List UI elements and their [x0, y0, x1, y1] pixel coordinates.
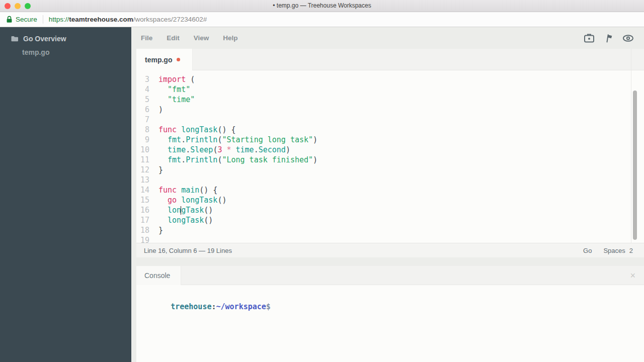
- code-line-text: func main() {: [149, 185, 217, 195]
- prompt-user: treehouse: [171, 302, 211, 311]
- line-number: 8: [136, 125, 149, 135]
- code-lines: 3import (4 "fmt"5 "time"6)78func longTas…: [136, 74, 644, 243]
- traffic-lights: [5, 3, 31, 9]
- code-line[interactable]: 19: [136, 235, 644, 243]
- url-scheme: https://: [49, 16, 69, 23]
- lock-icon: [6, 16, 13, 23]
- code-line[interactable]: 15 go longTask(): [136, 195, 644, 205]
- line-number: 3: [136, 74, 149, 84]
- code-line[interactable]: 10 time.Sleep(3 * time.Second): [136, 145, 644, 155]
- console-tabstrip: Console ×: [136, 266, 644, 285]
- url-path: /workspaces/27234602#: [133, 16, 207, 23]
- code-line[interactable]: 12}: [136, 165, 644, 175]
- editor-scrollbar-thumb[interactable]: [633, 90, 637, 240]
- code-line-text: fmt.Println("Starting long task"): [149, 135, 317, 145]
- folder-icon: [11, 36, 19, 42]
- console-panel: Console × treehouse:~/workspace$: [136, 266, 644, 362]
- line-number: 18: [136, 225, 149, 235]
- code-line[interactable]: 6): [136, 105, 644, 115]
- toolbar-icons: [584, 33, 644, 43]
- url-domain: teamtreehouse.com: [69, 16, 133, 23]
- code-line[interactable]: 11 fmt.Println("Long task finished"): [136, 155, 644, 165]
- code-line-text: time.Sleep(3 * time.Second): [149, 145, 290, 155]
- code-line[interactable]: 4 "fmt": [136, 84, 644, 95]
- line-number: 19: [136, 235, 149, 243]
- code-editor[interactable]: 3import (4 "fmt"5 "time"6)78func longTas…: [136, 70, 644, 243]
- terminal[interactable]: treehouse:~/workspace$: [136, 285, 644, 362]
- indent-label: Spaces: [603, 247, 625, 254]
- url-input[interactable]: https://teamtreehouse.com/workspaces/272…: [49, 16, 207, 23]
- sidebar-folder-label: Go Overview: [23, 35, 66, 43]
- code-line[interactable]: 3import (: [136, 74, 644, 84]
- code-line-text: import (: [149, 74, 195, 84]
- code-line[interactable]: 17 longTask(): [136, 215, 644, 225]
- code-line-text: fmt.Println("Long task finished"): [149, 155, 317, 165]
- code-line[interactable]: 16 longTask(): [136, 205, 644, 215]
- flag-icon[interactable]: [603, 33, 614, 43]
- code-line[interactable]: 9 fmt.Println("Starting long task"): [136, 135, 644, 145]
- line-number: 7: [136, 115, 149, 125]
- code-line-text: longTask(): [149, 215, 213, 225]
- code-line[interactable]: 14func main() {: [136, 185, 644, 195]
- tab-temp-go[interactable]: temp.go: [136, 49, 193, 70]
- close-window-button[interactable]: [5, 3, 11, 9]
- code-line[interactable]: 13: [136, 175, 644, 185]
- prompt-colon: :: [211, 302, 216, 311]
- line-number: 15: [136, 195, 149, 205]
- code-line-text: [149, 235, 158, 243]
- statusbar-right: Go Spaces 2: [583, 247, 633, 254]
- language-mode-button[interactable]: Go: [583, 247, 592, 254]
- menu-view[interactable]: View: [194, 34, 209, 42]
- close-console-icon[interactable]: ×: [630, 271, 635, 280]
- prompt-path: ~/workspace: [216, 302, 266, 311]
- workspace-menubar: File Edit View Help: [131, 27, 644, 49]
- line-number: 6: [136, 105, 149, 115]
- editor-panel: temp.go 3import (4 "fmt"5 "time"6)78func…: [136, 49, 644, 257]
- menu-help[interactable]: Help: [223, 34, 237, 42]
- code-line-text: longTask(): [149, 205, 213, 215]
- code-line[interactable]: 7: [136, 115, 644, 125]
- code-line-text: func longTask() {: [149, 125, 236, 135]
- macos-titlebar: • temp.go — Treehouse Workspaces: [0, 0, 644, 12]
- indent-settings-button[interactable]: Spaces 2: [603, 247, 633, 254]
- camera-icon[interactable]: [584, 33, 595, 43]
- cursor-position-label: Line 16, Column 6 — 19 Lines: [144, 247, 232, 254]
- prompt-symbol: $: [266, 302, 271, 311]
- file-tree-sidebar: Go Overview temp.go: [0, 27, 131, 362]
- tab-console[interactable]: Console: [136, 266, 181, 285]
- tab-label: temp.go: [145, 56, 172, 64]
- code-line-text: "fmt": [149, 84, 190, 95]
- line-number: 17: [136, 215, 149, 225]
- indent-value: 2: [629, 247, 633, 254]
- editor-statusbar: Line 16, Column 6 — 19 Lines Go Spaces 2: [136, 243, 644, 257]
- menu-edit[interactable]: Edit: [167, 34, 180, 42]
- eye-icon[interactable]: [622, 33, 634, 43]
- browser-url-bar: Secure https://teamtreehouse.com/workspa…: [0, 12, 644, 27]
- url-divider: [43, 15, 43, 24]
- sidebar-item-temp-go[interactable]: temp.go: [22, 48, 131, 56]
- zoom-window-button[interactable]: [25, 3, 31, 9]
- security-indicator[interactable]: Secure: [6, 16, 37, 23]
- code-line-text: go longTask(): [149, 195, 226, 205]
- code-line[interactable]: 18}: [136, 225, 644, 235]
- line-number: 12: [136, 165, 149, 175]
- code-line[interactable]: 5 "time": [136, 95, 644, 105]
- editor-tabstrip: temp.go: [136, 49, 644, 70]
- secure-label: Secure: [16, 16, 37, 23]
- editor-scrollbar-track[interactable]: [631, 49, 644, 243]
- line-number: 11: [136, 155, 149, 165]
- workspace-main: File Edit View Help: [131, 27, 644, 362]
- menu-file[interactable]: File: [141, 34, 152, 42]
- line-number: 13: [136, 175, 149, 185]
- code-line-text: [149, 115, 158, 125]
- code-line-text: }: [149, 165, 163, 175]
- line-number: 9: [136, 135, 149, 145]
- line-number: 10: [136, 145, 149, 155]
- code-line[interactable]: 8func longTask() {: [136, 125, 644, 135]
- minimize-window-button[interactable]: [15, 3, 21, 9]
- sidebar-item-go-overview[interactable]: Go Overview: [11, 35, 131, 43]
- line-number: 14: [136, 185, 149, 195]
- line-number: 16: [136, 205, 149, 215]
- window-title: • temp.go — Treehouse Workspaces: [273, 2, 371, 9]
- code-line-text: [149, 175, 158, 185]
